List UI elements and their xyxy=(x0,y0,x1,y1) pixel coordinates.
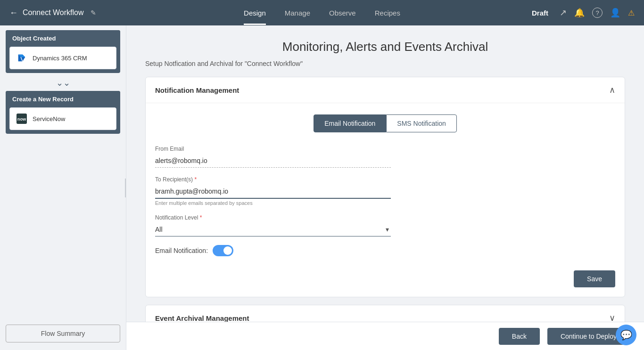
tab-design[interactable]: Design xyxy=(244,0,266,25)
notification-collapse-icon[interactable]: ∧ xyxy=(609,85,615,95)
from-email-input[interactable] xyxy=(155,154,391,168)
notification-level-group: Notification Level * All Error Warning I… xyxy=(155,214,391,236)
notification-level-label: Notification Level * xyxy=(155,214,391,221)
create-record-header: Create a New Record xyxy=(6,91,120,107)
sms-notification-tab[interactable]: SMS Notification xyxy=(386,114,456,132)
tab-recipes[interactable]: Recipes xyxy=(375,0,400,25)
dynamics-icon xyxy=(16,52,28,64)
to-recipients-label: To Recipient(s) * xyxy=(155,176,391,183)
external-link-icon[interactable]: ↗ xyxy=(560,8,567,18)
warning-icon[interactable]: ⚠ xyxy=(628,8,635,17)
back-nav-arrow[interactable]: ← xyxy=(9,8,18,18)
toggle-slider xyxy=(213,245,233,256)
chat-icon: 💬 xyxy=(620,329,632,341)
nav-tabs: Design Manage Observe Recipes xyxy=(132,0,512,25)
to-recipients-hint: Enter multiple emails separated by space… xyxy=(155,200,391,206)
to-recipients-input[interactable] xyxy=(155,185,391,199)
email-notification-tab[interactable]: Email Notification xyxy=(314,114,386,132)
sidebar-section-object-created: Object Created Dynamics 365 CRM xyxy=(6,30,120,73)
user-icon[interactable]: 👤 xyxy=(610,8,620,18)
notification-management-header: Notification Management ∧ xyxy=(146,77,625,103)
back-button[interactable]: Back xyxy=(499,328,540,345)
help-icon[interactable]: ? xyxy=(592,8,603,18)
notification-tabs: Email Notification SMS Notification xyxy=(155,114,615,132)
sidebar-scroll: Object Created Dynamics 365 CRM ⌄⌄ xyxy=(0,25,126,320)
email-notification-toggle-row: Email Notification: xyxy=(155,245,615,256)
servicenow-label: ServiceNow xyxy=(33,115,65,122)
sidebar-bottom: Flow Summary xyxy=(0,320,126,350)
flow-summary-button[interactable]: Flow Summary xyxy=(6,325,120,342)
to-recipients-group: To Recipient(s) * Enter multiple emails … xyxy=(155,176,391,206)
bottom-bar: Back Continue to Deploy xyxy=(126,322,644,350)
notification-card-footer: Save xyxy=(146,266,625,297)
bell-icon[interactable]: 🔔 xyxy=(574,8,585,18)
from-email-label: From Email xyxy=(155,146,391,152)
chat-widget[interactable]: 💬 xyxy=(616,325,636,345)
nav-left: ← Connect Workflow ✎ xyxy=(9,8,132,18)
edit-title-icon[interactable]: ✎ xyxy=(91,9,96,16)
event-archival-title: Event Archival Management xyxy=(155,314,249,322)
sidebar-section-create-record: Create a New Record now ServiceNow xyxy=(6,91,120,134)
toggle-label: Email Notification: xyxy=(155,247,208,254)
notification-card-body: Email Notification SMS Notification From… xyxy=(146,103,625,266)
notification-level-select-wrapper: All Error Warning Info ▾ xyxy=(155,223,391,236)
main-content: Monitoring, Alerts and Events Archival S… xyxy=(126,25,644,350)
tab-observe[interactable]: Observe xyxy=(329,0,356,25)
notification-level-select[interactable]: All Error Warning Info xyxy=(155,223,391,236)
app-title: Connect Workflow xyxy=(23,8,84,17)
servicenow-icon: now xyxy=(16,113,28,125)
save-button[interactable]: Save xyxy=(574,270,615,287)
sidebar-item-dynamics[interactable]: Dynamics 365 CRM xyxy=(9,47,116,69)
notification-section-title: Notification Management xyxy=(155,86,239,94)
svg-text:now: now xyxy=(17,117,26,122)
top-nav: ← Connect Workflow ✎ Design Manage Obser… xyxy=(0,0,644,25)
email-notification-toggle[interactable] xyxy=(213,245,233,256)
sidebar: Object Created Dynamics 365 CRM ⌄⌄ xyxy=(0,25,126,350)
from-email-group: From Email xyxy=(155,146,391,168)
main-layout: Object Created Dynamics 365 CRM ⌄⌄ xyxy=(0,25,644,350)
sidebar-chevron[interactable]: ⌄⌄ xyxy=(6,75,120,91)
sidebar-item-servicenow[interactable]: now ServiceNow xyxy=(9,107,116,130)
draft-status: Draft xyxy=(532,9,548,17)
tab-manage[interactable]: Manage xyxy=(285,0,310,25)
object-created-header: Object Created xyxy=(6,30,120,47)
page-title: Monitoring, Alerts and Events Archival xyxy=(145,40,625,54)
nav-right: Draft ↗ 🔔 ? 👤 ⚠ xyxy=(512,8,635,18)
notification-management-card: Notification Management ∧ Email Notifica… xyxy=(145,77,625,297)
dynamics-label: Dynamics 365 CRM xyxy=(33,55,87,62)
page-subtitle: Setup Notfication and Archival for "Conn… xyxy=(145,60,625,67)
